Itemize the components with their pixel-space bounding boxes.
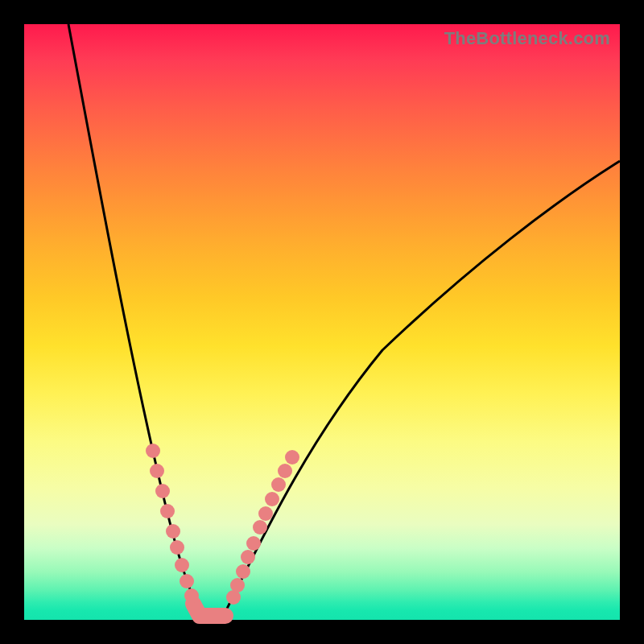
dot (184, 588, 199, 603)
dot (155, 484, 170, 498)
curve-svg (24, 24, 620, 620)
dot (253, 520, 267, 535)
dot (150, 464, 164, 478)
dot (271, 477, 286, 492)
dot (241, 550, 255, 564)
curve-right-branch (225, 161, 620, 612)
chart-frame: TheBottleneck.com (0, 0, 644, 644)
dots-left-cluster (146, 444, 199, 603)
dot (160, 504, 175, 518)
dots-right-cluster (226, 450, 299, 605)
plot-background: TheBottleneck.com (24, 24, 620, 620)
curve-left-branch (68, 24, 200, 612)
dot (146, 444, 160, 458)
dot (170, 540, 184, 555)
dot (230, 578, 245, 592)
dot (166, 524, 180, 539)
trough-l-shape (193, 604, 225, 616)
dot (278, 464, 292, 478)
dot (175, 558, 189, 572)
dot (265, 492, 279, 506)
dot (258, 506, 273, 521)
dot (236, 564, 250, 579)
dot (246, 536, 261, 551)
dot (285, 450, 299, 464)
dot (180, 574, 194, 588)
